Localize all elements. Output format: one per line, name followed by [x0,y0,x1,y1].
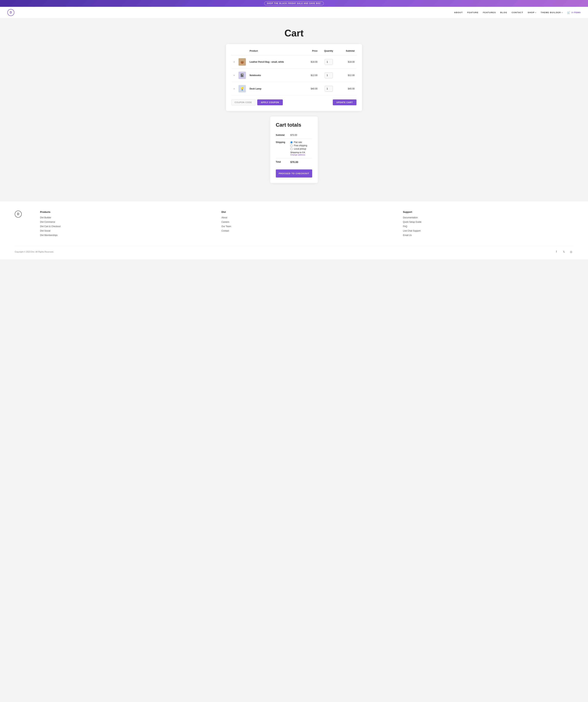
instagram-icon[interactable]: ◎ [569,250,573,254]
footer-link-documentation[interactable]: Documentation [403,216,573,219]
product-img-2: 📓 [238,72,246,79]
nav-shop[interactable]: SHOP [528,11,537,14]
footer-link-divi-social[interactable]: Divi Social [40,230,210,232]
cart-nav[interactable]: 🛒 3 ITEMS [567,11,581,14]
main-nav: ABOUT FEATURE FEATURES BLOG CONTACT SHOP… [454,11,581,14]
footer-logo: D [15,211,22,218]
footer-link-live-chat[interactable]: Live Chat Support [403,230,573,232]
nav-contact[interactable]: CONTACT [511,11,523,14]
qty-input-1[interactable] [325,59,333,65]
col-product: Product [248,48,304,55]
main-content: Product Price Quantity Subtotal × 👜 Leat… [222,44,366,194]
update-cart-button[interactable]: UPDATE CART [333,99,356,105]
footer-col-support-title: Support [403,211,573,213]
cart-item-count: 3 ITEMS [572,11,581,14]
coupon-input[interactable] [232,99,255,106]
product-name-3: Desk Lamp [249,88,261,90]
page-title-section: Cart [0,18,588,44]
shipping-radio-local[interactable] [290,148,293,150]
footer-col-products-title: Products [40,211,210,213]
shipping-state: CA [302,151,305,153]
footer-link-email-us[interactable]: Email Us [403,234,573,237]
apply-coupon-button[interactable]: APPLY COUPON [257,99,283,105]
qty-input-3[interactable] [325,86,333,92]
page-title: Cart [4,27,584,38]
footer-col-divi-title: Divi [221,211,392,213]
shipping-label: Shipping [276,139,290,158]
nav-theme-builder[interactable]: THEME BUILDER [541,11,563,14]
remove-item-3[interactable]: × [233,87,235,90]
table-row: × 👜 Leather Pencil Bag - small, white $1… [232,55,356,69]
product-img-3: 💡 [238,85,246,93]
footer-link-our-team[interactable]: Our Team [221,225,392,228]
remove-item-2[interactable]: × [233,74,235,77]
nav-blog[interactable]: BLOG [500,11,507,14]
footer-col-support: Support Documentation Quick Setup Guide … [403,211,573,238]
col-img [237,48,248,55]
shipping-note: Shipping to CA. [290,151,312,153]
footer: D Products Divi Builder Divi Commerce Di… [0,202,588,259]
col-quantity: Quantity [319,48,338,55]
footer-col-divi: Divi About Careers Our Team Contact [221,211,392,238]
cart-table-container: Product Price Quantity Subtotal × 👜 Leat… [226,44,362,111]
footer-bottom: Copyright © 2023 Divi. All Rights Reserv… [15,246,573,254]
qty-input-2[interactable] [325,73,333,78]
banner-text: SHOP THE BLACK FRIDAY SALE AND SAVE BIG! [264,1,324,5]
product-price-1: $18.00 [304,55,319,69]
product-name-2: Notebooks [249,74,261,77]
product-subtotal-1: $18.00 [338,55,356,69]
change-address-link[interactable]: Change address [290,154,305,156]
shipping-options: Flat rate Free shipping Local pickup [290,141,312,150]
col-subtotal: Subtotal [338,48,356,55]
shipping-note-text: Shipping to [290,151,301,153]
footer-link-faq[interactable]: FAQ [403,225,573,228]
subtotal-label: Subtotal [276,132,290,139]
product-price-2: $12.00 [304,69,319,82]
subtotal-row: Subtotal $70.00 [276,132,312,139]
shipping-free-label: Free shipping [294,144,307,147]
footer-link-divi-commerce[interactable]: Divi Commerce [40,221,210,223]
twitter-icon[interactable]: 𝕏 [562,250,566,254]
product-subtotal-3: $40.00 [338,82,356,96]
total-value: $70.00 [290,158,312,166]
cart-totals-container: Cart totals Subtotal $70.00 Shipping Fla… [270,117,318,183]
coupon-row: APPLY COUPON UPDATE CART [232,99,356,106]
cart-table: Product Price Quantity Subtotal × 👜 Leat… [232,48,356,96]
shipping-option-free[interactable]: Free shipping [290,144,312,147]
cart-totals-title: Cart totals [276,122,312,128]
footer-link-about[interactable]: About [221,216,392,219]
footer-link-divi-memberships[interactable]: Divi Memberships [40,234,210,237]
total-row: Total $70.00 [276,158,312,166]
shipping-radio-free[interactable] [290,144,293,147]
footer-link-divi-cart[interactable]: Divi Cart & Checkout [40,225,210,228]
cart-totals-wrapper: Cart totals Subtotal $70.00 Shipping Fla… [226,117,362,183]
table-row: × 📓 Notebooks $12.00 $12.00 [232,69,356,82]
footer-link-careers[interactable]: Careers [221,221,392,223]
nav-feature[interactable]: FEATURE [467,11,478,14]
checkout-button[interactable]: PROCEED TO CHECKOUT [276,169,312,178]
remove-item-1[interactable]: × [233,61,235,64]
social-icons: f 𝕏 ◎ [554,250,573,254]
logo[interactable]: D [7,9,14,16]
col-remove [232,48,237,55]
shipping-row: Shipping Flat rate Free shipping [276,139,312,158]
product-subtotal-2: $12.00 [338,69,356,82]
footer-top: D Products Divi Builder Divi Commerce Di… [15,211,573,246]
product-img-icon-1: 👜 [240,60,244,64]
shipping-option-local[interactable]: Local pickup [290,147,312,150]
facebook-icon[interactable]: f [554,250,559,254]
coupon-left: APPLY COUPON [232,99,283,106]
footer-link-quick-setup[interactable]: Quick Setup Guide [403,221,573,223]
nav-features[interactable]: FEATURES [483,11,496,14]
cart-icon: 🛒 [567,11,570,14]
shipping-radio-flat[interactable] [290,141,293,143]
shipping-flat-label: Flat rate [294,141,302,143]
nav-about[interactable]: ABOUT [454,11,463,14]
header: D ABOUT FEATURE FEATURES BLOG CONTACT SH… [0,7,588,18]
shipping-option-flat[interactable]: Flat rate [290,141,312,143]
product-img-1: 👜 [238,58,246,66]
footer-link-contact[interactable]: Contact [221,230,392,232]
subtotal-value: $70.00 [290,132,312,139]
footer-col-products: Products Divi Builder Divi Commerce Divi… [40,211,210,238]
footer-link-divi-builder[interactable]: Divi Builder [40,216,210,219]
